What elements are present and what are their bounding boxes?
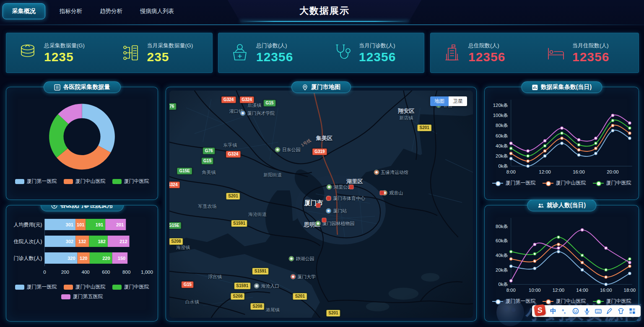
map-poi-label: 五缘湾运动馆: [374, 169, 408, 176]
sogou-logo-icon[interactable]: S: [534, 304, 546, 316]
map-road-badge: S1591: [234, 283, 250, 289]
toolbox-icon[interactable]: [629, 308, 636, 314]
chinese-mode-icon[interactable]: 中: [550, 307, 556, 315]
panel-header-collect-count: 数据采集条数(当日): [521, 81, 602, 93]
hospital-bed-icon: [546, 43, 566, 62]
legend-item-厦门中医院[interactable]: 厦门中医院: [593, 298, 631, 305]
map-town-label: 海澄镇: [176, 244, 190, 250]
map-district-label: 集美区: [316, 135, 332, 142]
kpi-label: 当月住院数(人): [572, 42, 609, 49]
map-poi-icon: [327, 184, 332, 190]
tab-指标分析[interactable]: 指标分析: [56, 3, 86, 19]
svg-text:20k条: 20k条: [496, 153, 508, 158]
legend-item-厦门第一医院[interactable]: 厦门第一医院: [15, 283, 57, 291]
map-red-marker: [379, 190, 384, 195]
kpi-text: 总住院数(人)12356: [468, 42, 505, 64]
tab-趋势分析[interactable]: 趋势分析: [96, 3, 126, 19]
skin-icon[interactable]: [618, 308, 624, 314]
satellite-mode-button[interactable]: 卫星: [449, 96, 467, 106]
map-viewport[interactable]: 后溪镇灌口镇东孚镇角美镇新阳街道军垦农场海沧街道海澄镇浮宫镇白水镇港尾镇新店镇1…: [169, 91, 473, 318]
kpi-value: 12356: [256, 50, 293, 64]
map-poi-icon: [315, 221, 321, 226]
kpi-value: 1235: [44, 50, 85, 64]
map-poi-label: 静湖公园: [288, 256, 314, 262]
panel-xiamen-map: 厦门市地图: [166, 87, 477, 322]
legend-dot: [596, 299, 601, 304]
svg-text:°,: °,: [562, 308, 566, 314]
svg-text:1,000: 1,000: [141, 270, 153, 275]
svg-text:301: 301: [66, 222, 73, 227]
voice-icon[interactable]: [584, 308, 590, 314]
panel-title: 各医院采集数据量: [63, 83, 110, 91]
panel-title: 各医院门诊住院费用: [60, 205, 113, 209]
people-icon: [538, 202, 544, 209]
tab-采集概况[interactable]: 采集概况: [3, 3, 45, 19]
map-road-badge: S208: [169, 238, 183, 245]
legend-item-厦门第一医院[interactable]: 厦门第一医院: [492, 179, 536, 187]
punctuation-icon[interactable]: °,: [561, 308, 568, 314]
legend-swatch: [112, 179, 122, 184]
legend-item-厦门中山医院[interactable]: 厦门中山医院: [64, 178, 106, 185]
map-poi-label: 海沧入口: [254, 283, 279, 289]
legend-item-厦门第一医院[interactable]: 厦门第一医院: [492, 298, 536, 305]
map-road-badge: G319: [312, 148, 327, 155]
legend-line-marker: [543, 181, 553, 186]
map-mode-button[interactable]: 地图: [430, 96, 449, 106]
svg-text:18:00: 18:00: [624, 288, 636, 293]
svg-text:60k条: 60k条: [496, 238, 508, 243]
legend-item-厦门中山医院[interactable]: 厦门中山医院: [543, 179, 586, 187]
map-red-marker: [327, 196, 331, 201]
map-poi-label: 厦门大学: [290, 274, 316, 280]
kpi-item: 总采集数据量(G)1235: [6, 42, 109, 64]
legend-dot: [546, 181, 551, 186]
svg-text:0k条: 0k条: [498, 282, 508, 287]
legend-item-厦门第一医院[interactable]: 厦门第一医院: [15, 178, 57, 185]
svg-text:800: 800: [122, 270, 130, 275]
clinic-desk-icon: [230, 43, 249, 62]
svg-text:0k条: 0k条: [498, 164, 508, 169]
keyboard-icon[interactable]: [595, 308, 602, 314]
legend-item-厦门第五医院[interactable]: 厦门第五医院: [61, 293, 103, 300]
map-poi-text: 五缘湾运动馆: [381, 169, 408, 176]
svg-text:302: 302: [66, 239, 73, 244]
map-poi-icon: [290, 274, 296, 280]
panel-collect-count: 数据采集条数(当日) 0k条20k条40k条60k条80k条100k条120k条…: [484, 87, 639, 200]
legend-label: 厦门第一医院: [27, 283, 57, 291]
map-red-marker: [322, 218, 327, 222]
svg-text:600: 600: [102, 270, 110, 275]
legend-swatch: [64, 285, 73, 290]
panel-header-visits: 就诊人数(当日): [527, 200, 596, 211]
legend-item-厦门中医院[interactable]: 厦门中医院: [112, 283, 149, 291]
emoji-icon[interactable]: [572, 308, 579, 314]
kpi-label: 当月采集数据量(G): [147, 42, 193, 49]
map-town-label: 东孚镇: [223, 142, 237, 148]
legend-item-厦门中医院[interactable]: 厦门中医院: [593, 179, 631, 187]
kpi-label: 总门诊数(人): [256, 42, 293, 49]
legend-item-厦门中山医院[interactable]: 厦门中山医院: [64, 283, 106, 291]
svg-text:100k条: 100k条: [493, 113, 508, 118]
map-town-label: 海沧街道: [248, 211, 267, 218]
panel-header-collect-share: 各医院采集数据量: [44, 81, 121, 93]
handwriting-icon[interactable]: [606, 308, 613, 314]
map-road-badge: G76: [203, 148, 215, 154]
legend-item-厦门中医院[interactable]: 厦门中医院: [112, 178, 149, 185]
map-road-badge: G324: [221, 96, 236, 103]
map-town-label: 角美镇: [202, 169, 216, 176]
tab-慢病病人列表[interactable]: 慢病病人列表: [137, 3, 177, 19]
svg-text:182: 182: [98, 239, 105, 244]
map-road-badge: G15: [182, 281, 194, 288]
svg-text:212: 212: [119, 239, 127, 244]
legend-line-marker: [593, 299, 604, 304]
legend-label: 厦门中山医院: [556, 179, 586, 187]
map-road-badge: G15: [201, 158, 213, 164]
map-layer-toggle: 地图 卫星: [430, 96, 467, 106]
legend-item-厦门中山医院[interactable]: 厦门中山医院: [543, 298, 586, 305]
legend-label: 厦门中医院: [124, 178, 149, 185]
kpi-text: 当月住院数(人)12356: [572, 42, 609, 64]
map-road-badge: 76: [169, 103, 176, 110]
map-labels-layer: 后溪镇灌口镇东孚镇角美镇新阳街道军垦农场海沧街道海澄镇浮宫镇白水镇港尾镇新店镇1…: [169, 91, 473, 318]
stacked-bar-chart: 人均费用(元)301101191201住院人次(人)302132182212门诊…: [6, 215, 158, 318]
map-road-badge: G324: [239, 96, 254, 103]
map-road-badge: S201: [293, 293, 307, 300]
topbar-divider: [0, 24, 644, 25]
